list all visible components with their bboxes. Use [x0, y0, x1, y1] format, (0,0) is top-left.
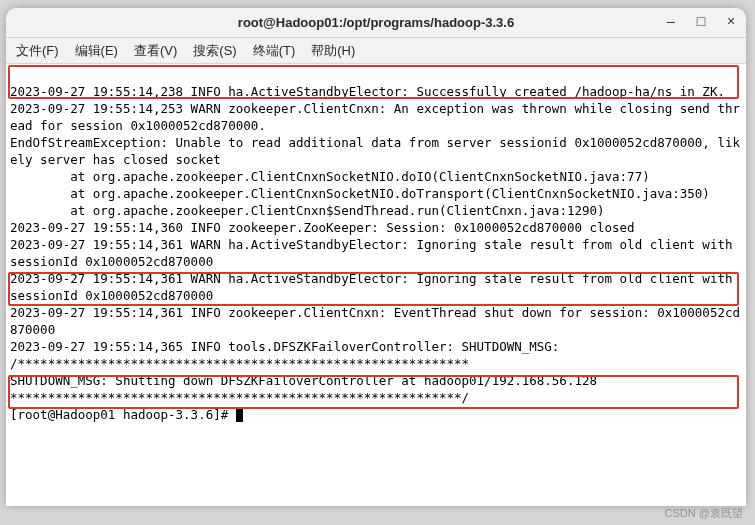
log-line: at org.apache.zookeeper.ClientCnxn$SendT…	[10, 203, 605, 218]
log-line: /***************************************…	[10, 356, 469, 371]
menu-edit[interactable]: 编辑(E)	[75, 42, 118, 60]
menubar: 文件(F) 编辑(E) 查看(V) 搜索(S) 终端(T) 帮助(H)	[6, 38, 746, 64]
log-line: 2023-09-27 19:55:14,361 WARN ha.ActiveSt…	[10, 271, 740, 303]
menu-view[interactable]: 查看(V)	[134, 42, 177, 60]
terminal-window: root@Hadoop01:/opt/programs/hadoop-3.3.6…	[6, 8, 746, 506]
window-title: root@Hadoop01:/opt/programs/hadoop-3.3.6	[238, 15, 514, 30]
close-button[interactable]: ×	[722, 12, 740, 30]
log-line: 2023-09-27 19:55:14,361 INFO zookeeper.C…	[10, 305, 740, 337]
menu-terminal[interactable]: 终端(T)	[253, 42, 296, 60]
watermark: CSDN @袁既望	[665, 506, 743, 521]
terminal-content[interactable]: 2023-09-27 19:55:14,238 INFO ha.ActiveSt…	[6, 64, 746, 506]
menu-help[interactable]: 帮助(H)	[311, 42, 355, 60]
log-line: 2023-09-27 19:55:14,360 INFO zookeeper.Z…	[10, 220, 635, 235]
log-line: ****************************************…	[10, 390, 469, 405]
log-line: at org.apache.zookeeper.ClientCnxnSocket…	[10, 169, 650, 184]
menu-file[interactable]: 文件(F)	[16, 42, 59, 60]
window-controls: – □ ×	[662, 12, 740, 30]
log-line: 2023-09-27 19:55:14,361 WARN ha.ActiveSt…	[10, 237, 740, 269]
log-line: at org.apache.zookeeper.ClientCnxnSocket…	[10, 186, 710, 201]
minimize-button[interactable]: –	[662, 12, 680, 30]
log-line: EndOfStreamException: Unable to read add…	[10, 135, 740, 167]
log-line: 2023-09-27 19:55:14,238 INFO ha.ActiveSt…	[10, 84, 725, 99]
shell-prompt: [root@Hadoop01 hadoop-3.3.6]#	[10, 407, 236, 422]
menu-search[interactable]: 搜索(S)	[193, 42, 236, 60]
maximize-button[interactable]: □	[692, 12, 710, 30]
titlebar: root@Hadoop01:/opt/programs/hadoop-3.3.6…	[6, 8, 746, 38]
log-line: 2023-09-27 19:55:14,365 INFO tools.DFSZK…	[10, 339, 559, 354]
cursor-icon	[236, 408, 243, 422]
log-line: SHUTDOWN_MSG: Shutting down DFSZKFailove…	[10, 373, 597, 388]
log-line: 2023-09-27 19:55:14,253 WARN zookeeper.C…	[10, 101, 740, 133]
